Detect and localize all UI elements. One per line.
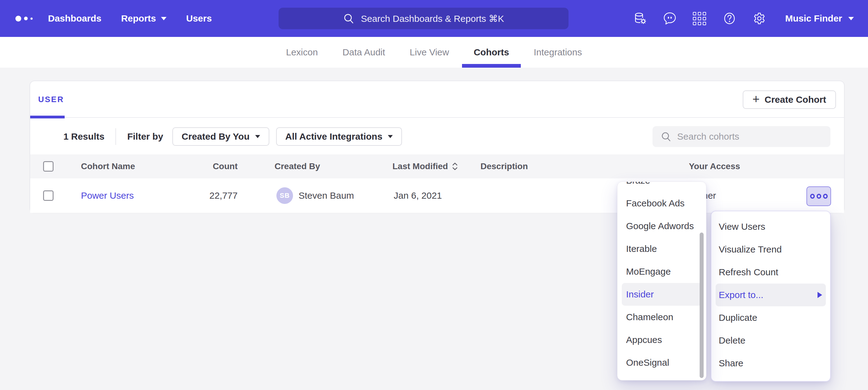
submenu-item-google-adwords[interactable]: Google Adwords	[622, 215, 702, 237]
logo-dot-large	[16, 16, 21, 22]
export-to-label: Export to...	[719, 290, 763, 300]
project-switcher[interactable]: Music Finder	[785, 13, 854, 24]
filter-by-label: Filter by	[127, 131, 163, 142]
help-icon[interactable]	[722, 11, 737, 26]
tab-integrations[interactable]: Integrations	[534, 37, 582, 68]
created-by-filter-dropdown[interactable]: Created By You	[173, 127, 269, 146]
export-destinations-submenu: Braze Facebook Ads Google Adwords Iterab…	[617, 182, 706, 381]
divider	[116, 128, 116, 145]
table-header-row: Cohort Name Count Created By Last Modifi…	[30, 154, 844, 178]
logo-dot-medium	[24, 17, 28, 20]
submenu-item-moengage[interactable]: MoEngage	[622, 260, 702, 283]
row-checkbox[interactable]	[43, 190, 54, 201]
topbar-utilities: Music Finder	[633, 0, 854, 37]
tab-live-view[interactable]: Live View	[410, 37, 449, 68]
create-cohort-button[interactable]: + Create Cohort	[743, 90, 836, 109]
submenu-item-chameleon[interactable]: Chameleon	[622, 306, 702, 328]
menu-item-share[interactable]: Share	[716, 352, 826, 375]
menu-item-view-users[interactable]: View Users	[716, 215, 826, 238]
submenu-scrollbar-thumb[interactable]	[700, 232, 704, 378]
nav-users[interactable]: Users	[186, 13, 212, 24]
data-settings-icon[interactable]	[633, 11, 647, 26]
tab-user-cohorts[interactable]: USER	[30, 81, 64, 118]
export-destinations-list: Braze Facebook Ads Google Adwords Iterab…	[617, 182, 706, 374]
project-name: Music Finder	[785, 13, 842, 24]
created-by-filter-label: Created By You	[182, 131, 250, 142]
feedback-icon[interactable]	[663, 11, 677, 26]
apps-grid-icon[interactable]	[692, 11, 707, 26]
creator-name: Steven Baum	[299, 178, 354, 213]
plus-icon: +	[752, 93, 760, 105]
logo-dot-small	[30, 18, 33, 20]
submenu-item-facebook-ads[interactable]: Facebook Ads	[622, 192, 702, 215]
column-header-last-modified[interactable]: Last Modified	[393, 154, 458, 178]
filter-toolbar: 1 Results Filter by Created By You All A…	[30, 119, 844, 154]
cohorts-panel: USER + Create Cohort 1 Results Filter by…	[30, 80, 845, 213]
integrations-filter-dropdown[interactable]: All Active Integrations	[276, 127, 402, 146]
column-header-description: Description	[480, 154, 528, 178]
submenu-item-iterable[interactable]: Iterable	[622, 237, 702, 260]
ellipsis-icon	[810, 194, 815, 199]
menu-item-visualize-trend[interactable]: Visualize Trend	[716, 238, 826, 261]
chevron-down-icon	[388, 135, 393, 138]
chevron-down-icon	[161, 17, 166, 20]
last-modified-date: Jan 6, 2021	[394, 178, 442, 213]
chevron-down-icon	[848, 17, 854, 20]
last-modified-label: Last Modified	[393, 161, 448, 171]
creator-avatar: SB	[276, 187, 293, 204]
create-cohort-label: Create Cohort	[765, 94, 826, 105]
chevron-down-icon	[255, 135, 260, 138]
cohort-count: 22,777	[184, 178, 238, 213]
row-actions-button[interactable]	[806, 186, 831, 206]
brand-logo-dots-icon[interactable]	[16, 0, 33, 37]
integrations-filter-label: All Active Integrations	[285, 131, 382, 142]
tab-lexicon[interactable]: Lexicon	[286, 37, 318, 68]
nav-reports-label: Reports	[121, 13, 156, 24]
results-count: 1 Results	[63, 131, 104, 142]
cohorts-search-placeholder: Search cohorts	[677, 131, 739, 142]
global-search-input[interactable]: Search Dashboards & Reports ⌘K	[279, 8, 568, 29]
submenu-item-insider[interactable]: Insider	[622, 283, 702, 306]
column-header-count: Count	[184, 154, 238, 178]
sort-icon[interactable]	[452, 162, 458, 171]
cohort-type-tabstrip: USER + Create Cohort	[30, 81, 844, 118]
submenu-item-onesignal[interactable]: OneSignal	[622, 351, 702, 374]
apps-grid-glyph	[693, 12, 706, 25]
tab-cohorts[interactable]: Cohorts	[474, 37, 509, 68]
column-header-cohort-name: Cohort Name	[81, 154, 135, 178]
top-navigation-bar: Dashboards Reports Users Search Dashboar…	[0, 0, 868, 37]
menu-item-export-to[interactable]: Export to...	[716, 284, 826, 306]
global-search-placeholder: Search Dashboards & Reports ⌘K	[361, 13, 504, 24]
primary-nav: Dashboards Reports Users	[48, 0, 212, 37]
cohort-table-row: Power Users 22,777 SB Steven Baum Jan 6,…	[30, 178, 844, 213]
cohort-name-link[interactable]: Power Users	[81, 178, 134, 213]
submenu-item-braze[interactable]: Braze	[622, 182, 702, 192]
nav-dashboards-label: Dashboards	[48, 13, 101, 24]
nav-reports[interactable]: Reports	[121, 13, 166, 24]
menu-item-duplicate[interactable]: Duplicate	[716, 306, 826, 329]
nav-users-label: Users	[186, 13, 212, 24]
submenu-arrow-icon	[817, 292, 822, 298]
menu-item-refresh-count[interactable]: Refresh Count	[716, 261, 826, 284]
column-header-created-by: Created By	[275, 154, 320, 178]
section-tabs: Lexicon Data Audit Live View Cohorts Int…	[0, 37, 868, 68]
tab-data-audit[interactable]: Data Audit	[343, 37, 385, 68]
cohorts-search-input[interactable]: Search cohorts	[653, 126, 831, 147]
column-header-your-access: Your Access	[689, 154, 740, 178]
menu-item-delete[interactable]: Delete	[716, 329, 826, 352]
select-all-checkbox[interactable]	[43, 161, 54, 172]
settings-gear-icon[interactable]	[752, 11, 767, 26]
row-context-menu: View Users Visualize Trend Refresh Count…	[711, 211, 831, 382]
search-icon	[343, 12, 354, 24]
search-icon	[660, 131, 672, 142]
nav-dashboards[interactable]: Dashboards	[48, 13, 101, 24]
submenu-item-appcues[interactable]: Appcues	[622, 328, 702, 351]
